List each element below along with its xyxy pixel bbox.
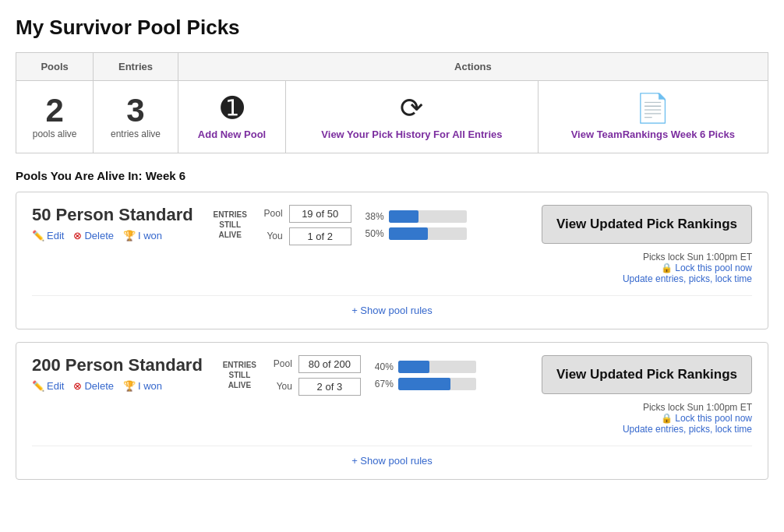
update-link-1[interactable]: Update entries, picks, lock time <box>623 273 752 284</box>
lock-link-1[interactable]: 🔒 Lock this pool now <box>661 262 752 273</box>
entries-count-cell: 3 entries alive <box>94 81 178 153</box>
delete-link-2[interactable]: ⊗ Delete <box>73 380 114 392</box>
pool-progress-bg-2 <box>398 361 476 373</box>
show-rules-link-2[interactable]: + Show pool rules <box>351 455 433 467</box>
won-link-2[interactable]: 🏆 I won <box>123 380 162 392</box>
summary-table: Pools Entries Actions 2 pools alive 3 en… <box>16 52 768 153</box>
lock-link-2[interactable]: 🔒 Lock this pool now <box>661 413 752 424</box>
delete-link-1[interactable]: ⊗ Delete <box>73 230 114 241</box>
section-heading: Pools You Are Alive In: Week 6 <box>16 169 768 182</box>
pool-pct-label-1: 38% <box>361 211 384 222</box>
entries-count: 3 <box>101 94 170 127</box>
you-pct-label-2: 67% <box>370 379 394 389</box>
pool-card-1: 50 Person Standard ✏️ Edit ⊗ Delete 🏆 I … <box>16 192 768 329</box>
entries-still-alive-label-1: ENTRIES STILL ALIVE <box>209 210 252 240</box>
delete-icon-1: ⊗ <box>73 230 82 241</box>
pool-entry-2: 80 of 200 <box>298 355 361 373</box>
pool-progress-fill-1 <box>389 210 418 223</box>
view-rankings-btn-2[interactable]: View Updated Pick Rankings <box>542 355 752 394</box>
view-rankings-btn-1[interactable]: View Updated Pick Rankings <box>542 205 752 244</box>
entries-label: entries alive <box>111 129 161 139</box>
you-pct-label-1: 50% <box>361 228 384 239</box>
document-icon: 📄 <box>546 92 760 125</box>
add-pool-action[interactable]: ➊ Add New Pool <box>178 81 285 153</box>
add-pool-icon: ➊ <box>186 92 277 125</box>
pool-progress-fill-2 <box>398 361 429 373</box>
you-entry-1: 1 of 2 <box>289 227 351 245</box>
add-pool-label: Add New Pool <box>198 129 266 140</box>
history-icon: ⟳ <box>294 92 529 125</box>
actions-col-header: Actions <box>178 53 768 81</box>
trophy-icon-2: 🏆 <box>123 380 136 392</box>
lock-icon-1: 🔒 <box>661 262 673 273</box>
pool-pct-label-2: 40% <box>370 361 394 372</box>
you-row-label-2: You <box>270 381 292 392</box>
entries-still-alive-label-2: ENTRIES STILL ALIVE <box>218 360 261 390</box>
edit-icon-1: ✏️ <box>32 230 44 241</box>
lock-info-2: Picks lock Sun 1:00pm ET 🔒 Lock this poo… <box>623 402 752 435</box>
edit-link-1[interactable]: ✏️ Edit <box>32 230 64 241</box>
page-title: My Survivor Pool Picks <box>16 16 768 40</box>
pools-container: 50 Person Standard ✏️ Edit ⊗ Delete 🏆 I … <box>16 192 768 480</box>
edit-icon-2: ✏️ <box>32 380 44 392</box>
won-link-1[interactable]: 🏆 I won <box>123 230 162 241</box>
pick-history-label: View Your Pick History For All Entries <box>321 129 502 140</box>
pool-row-label-2: Pool <box>270 358 292 369</box>
entries-col-header: Entries <box>94 53 178 81</box>
pools-label: pools alive <box>33 129 77 139</box>
edit-link-2[interactable]: ✏️ Edit <box>32 380 64 392</box>
you-entry-2: 2 of 3 <box>298 378 361 396</box>
trophy-icon-1: 🏆 <box>123 230 136 241</box>
teamrankings-action[interactable]: 📄 View TeamRankings Week 6 Picks <box>538 81 768 153</box>
pool-row-label-1: Pool <box>261 208 283 219</box>
update-link-2[interactable]: Update entries, picks, lock time <box>623 424 752 435</box>
you-progress-bg-1 <box>389 227 467 240</box>
you-progress-bg-2 <box>398 378 476 390</box>
lock-info-1: Picks lock Sun 1:00pm ET 🔒 Lock this poo… <box>623 252 752 284</box>
you-progress-fill-1 <box>389 227 428 240</box>
you-progress-fill-2 <box>398 378 450 390</box>
pool-card-2: 200 Person Standard ✏️ Edit ⊗ Delete 🏆 I… <box>16 342 768 480</box>
pool-name-2: 200 Person Standard <box>32 355 203 375</box>
pools-count-cell: 2 pools alive <box>16 81 94 153</box>
you-row-label-1: You <box>261 231 283 241</box>
lock-icon-2: 🔒 <box>661 413 673 424</box>
show-rules-link-1[interactable]: + Show pool rules <box>351 305 433 316</box>
pool-name-1: 50 Person Standard <box>32 205 193 225</box>
teamrankings-label: View TeamRankings Week 6 Picks <box>571 129 735 140</box>
pools-count: 2 <box>24 94 85 127</box>
pools-col-header: Pools <box>16 53 94 81</box>
pool-entry-1: 19 of 50 <box>289 205 351 223</box>
pick-history-action[interactable]: ⟳ View Your Pick History For All Entries <box>286 81 538 153</box>
pool-progress-bg-1 <box>389 210 467 223</box>
delete-icon-2: ⊗ <box>73 380 82 392</box>
